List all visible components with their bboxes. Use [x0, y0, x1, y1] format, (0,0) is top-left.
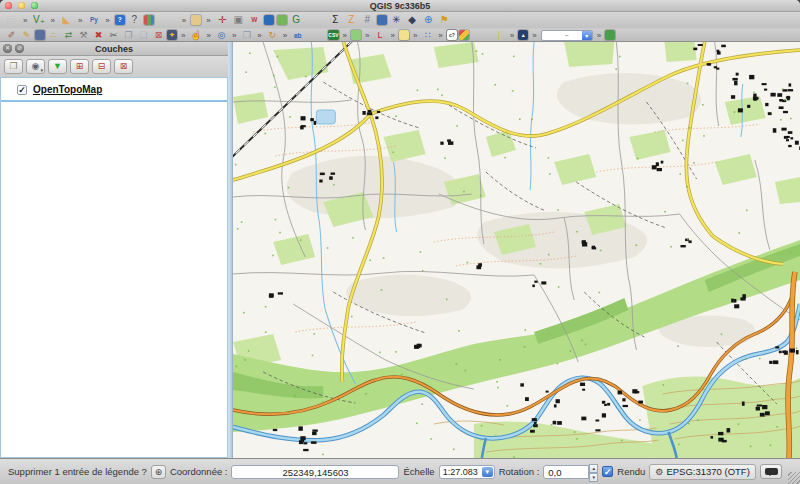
toolbar-overflow-chevron[interactable]: » [413, 31, 417, 40]
vertex-marker-icon[interactable]: ▣ [232, 14, 245, 26]
labeling-icon[interactable]: ab [291, 30, 304, 41]
expand-all-icon[interactable]: ⊞ [70, 59, 89, 74]
add-group-icon[interactable]: ❐ [4, 59, 23, 74]
layers-panel-toolbar: ❐◉▾▼⊞⊟⊠ [0, 56, 228, 77]
paste-features-icon[interactable]: ❏ [137, 30, 150, 41]
sum-statistics-icon[interactable]: Σ [329, 14, 342, 26]
toolbar-overflow-chevron[interactable]: » [438, 31, 442, 40]
toolbar-overflow-chevron[interactable]: » [78, 16, 82, 25]
rotation-stepper[interactable]: ▴▾ [589, 464, 598, 480]
osm-notes-icon[interactable] [399, 30, 409, 40]
panel-detach-icon[interactable]: ⊘ [15, 44, 24, 53]
toolbar-combo[interactable]: –▾ [541, 30, 593, 41]
add-vector-layer-icon[interactable]: V₊ [32, 14, 45, 26]
scale-combo[interactable]: 1:27.083 ▾ [439, 465, 495, 479]
reshape-icon[interactable]: ⊠ [152, 30, 165, 41]
map-tips-icon[interactable]: ✦ [167, 30, 177, 40]
offline-editing-icon[interactable]: ◆ [406, 14, 419, 26]
pan-map-icon[interactable]: ☝ [189, 30, 202, 41]
scale-value: 1:27.083 [440, 467, 478, 477]
toolbar-overflow-chevron[interactable]: » [343, 31, 347, 40]
scale-label: Échelle [403, 466, 434, 477]
save-edits-icon[interactable] [35, 30, 45, 40]
toolbar-overflow-chevron[interactable]: » [283, 31, 287, 40]
layer-visibility-checkbox[interactable]: ✓ [17, 85, 27, 95]
zoom-last-icon[interactable]: ❒ [240, 30, 253, 41]
move-feature-icon[interactable]: ⇄ [62, 30, 75, 41]
raster-tools-icon[interactable] [351, 30, 361, 40]
topology-icon[interactable]: # [361, 14, 374, 26]
plugin-clipped-icon[interactable] [605, 30, 615, 40]
python-console-icon[interactable]: Py [87, 14, 100, 26]
add-feature-icon[interactable]: ∴ [47, 30, 60, 41]
toolbar-overflow-chevron[interactable]: » [206, 31, 210, 40]
web-services-icon[interactable]: ✳ [390, 14, 403, 26]
toolbar-overflow-chevron[interactable]: » [50, 16, 54, 25]
georeferencer-icon[interactable]: ✛ [216, 14, 229, 26]
grass-icon[interactable]: G [290, 14, 303, 26]
scale-dropdown-icon[interactable]: ▾ [482, 467, 493, 477]
console-help-icon[interactable]: c? [447, 30, 457, 40]
measure-ruler-icon[interactable]: ◣ [60, 14, 73, 26]
toolbar-overflow-chevron[interactable]: » [232, 31, 236, 40]
toolbar-overflow-chevron[interactable]: » [390, 31, 394, 40]
collapse-all-icon[interactable]: ⊟ [92, 59, 111, 74]
stepper-down-icon[interactable]: ▾ [589, 473, 598, 482]
toolbar-overflow-chevron[interactable]: » [510, 31, 514, 40]
processing-icon[interactable]: W [248, 14, 261, 26]
whats-this-icon[interactable]: ? [128, 14, 141, 26]
profile-tool-icon[interactable]: L [373, 30, 386, 41]
annotation-icon[interactable]: Z [345, 14, 358, 26]
extent-toggle-button[interactable]: ⊛ [151, 465, 166, 479]
copy-features-icon[interactable]: ❐ [122, 30, 135, 41]
toolbar-row-1: □»V₊»◣»Py»??»»✛▣WGΣZ#✳◆⊕⚑ [0, 12, 800, 28]
layer-cube-icon[interactable] [459, 30, 469, 40]
toolbar-overflow-chevron[interactable]: » [257, 31, 261, 40]
map-canvas[interactable] [233, 42, 800, 458]
toolbar-overflow-chevron[interactable]: » [597, 31, 601, 40]
cut-features-icon[interactable]: ✂ [107, 30, 120, 41]
raster-image-icon[interactable] [277, 15, 287, 25]
rotation-label: Rotation : [499, 466, 540, 477]
crs-button[interactable]: ⚙ EPSG:31370 (OTF) [649, 464, 756, 480]
csv-import-icon[interactable]: CSV [328, 30, 338, 40]
resize-grip[interactable] [788, 472, 800, 484]
dropdown-arrow-icon[interactable]: ▾ [582, 31, 592, 40]
panel-close-icon[interactable]: ✕ [3, 44, 12, 53]
coordinate-input[interactable]: 252349,145603 [231, 465, 399, 479]
rotation-spinbox[interactable]: 0,0 [543, 465, 589, 479]
quick-map-icon[interactable]: ⚑ [438, 14, 451, 26]
help-contents-icon[interactable]: ? [115, 15, 125, 25]
log-messages-button[interactable] [760, 464, 782, 479]
toolbar-overflow-chevron[interactable]: » [206, 16, 210, 25]
toolbar-overflow-chevron[interactable]: » [23, 16, 27, 25]
line-style-icon[interactable]: ❘ [493, 30, 506, 41]
refresh-icon[interactable]: ↻ [266, 30, 279, 41]
zoom-icon[interactable]: ◎ [215, 30, 228, 41]
delete-selected-icon[interactable]: ✖ [92, 30, 105, 41]
scatter-points-icon[interactable]: ∷ [421, 30, 434, 41]
new-project-icon[interactable]: □ [5, 14, 18, 26]
toggle-editing-icon[interactable]: ✎ [20, 30, 33, 41]
filter-legend-icon[interactable]: ▼ [48, 59, 67, 74]
remove-layer-icon[interactable]: ⊠ [114, 59, 133, 74]
current-edits-icon[interactable]: ✐ [5, 30, 18, 41]
layer-item-opentopomap[interactable]: ✓ OpenTopoMap [1, 82, 227, 97]
globe-add-icon[interactable]: ⊕ [422, 14, 435, 26]
render-checkbox[interactable]: ✓ [602, 466, 613, 477]
toolbar-overflow-chevron[interactable]: » [182, 16, 186, 25]
db-manager-icon[interactable] [377, 15, 387, 25]
toolbar-overflow-chevron[interactable]: » [181, 31, 185, 40]
toolbar-overflow-chevron[interactable]: » [105, 16, 109, 25]
terrain-analysis-icon[interactable]: ▲ [518, 30, 528, 40]
toolbar-overflow-chevron[interactable]: » [365, 31, 369, 40]
toolbar-overflow-chevron[interactable]: » [532, 31, 536, 40]
layers-panel-title: Couches [0, 44, 228, 54]
statistics-chart-icon[interactable] [144, 15, 154, 25]
stepper-up-icon[interactable]: ▴ [589, 464, 598, 473]
measure-line-icon[interactable] [191, 15, 201, 25]
vertex-tool-icon[interactable]: ⚒ [77, 30, 90, 41]
metasearch-icon[interactable] [264, 15, 274, 25]
manage-visibility-icon[interactable]: ◉▾ [26, 59, 45, 74]
layer-name[interactable]: OpenTopoMap [33, 84, 102, 95]
